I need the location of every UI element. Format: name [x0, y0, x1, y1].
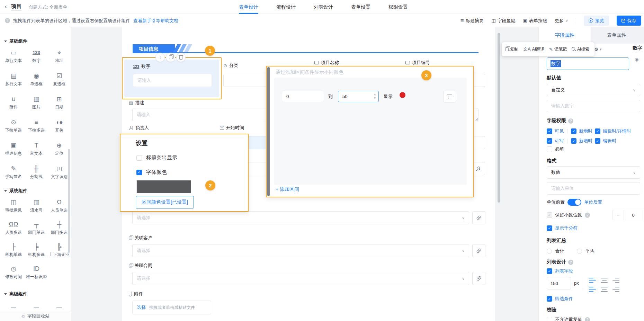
- component-下拉多选[interactable]: ≡下拉多选: [26, 118, 47, 133]
- component-描述信息[interactable]: ▣描述信息: [3, 141, 24, 157]
- 表单按钮-button[interactable]: ▣表单按钮: [523, 18, 547, 24]
- 平均-radio[interactable]: [577, 249, 582, 254]
- relation-link-button[interactable]: [472, 244, 485, 257]
- 复制-menu-item[interactable]: 复制: [505, 46, 518, 52]
- page-title[interactable]: 项目: [11, 3, 21, 10]
- component-文字识别[interactable]: [T]文字识别: [48, 164, 70, 180]
- default-number-input[interactable]: 请输入数字: [547, 100, 640, 112]
- gear-menu-item[interactable]: ⚙▾: [594, 47, 601, 52]
- 新增时-checkbox[interactable]: ✓: [571, 128, 576, 134]
- align-left-top-icon[interactable]: [589, 278, 596, 283]
- tab-流程设计[interactable]: 流程设计: [276, 0, 296, 14]
- component-机构单选[interactable]: ├机构单选: [3, 242, 24, 258]
- component-上下游企业[interactable]: ╠上下游企业: [48, 242, 70, 258]
- list-field-checkbox[interactable]: ✓: [547, 268, 552, 274]
- range-color-dot[interactable]: [400, 92, 405, 98]
- decimals-checkbox[interactable]: ✓: [547, 212, 552, 218]
- component-开关[interactable]: ◖●开关: [48, 118, 70, 133]
- stepper-plus-button[interactable]: +: [643, 210, 644, 220]
- save-button[interactable]: 保存: [617, 16, 641, 26]
- delete-range-button[interactable]: [443, 91, 456, 102]
- tab-表单属性[interactable]: 表单属性: [591, 27, 643, 44]
- component-地址[interactable]: ⌖地址: [48, 48, 70, 64]
- section-高级组件[interactable]: 高级组件: [0, 291, 27, 297]
- component-单行文本[interactable]: ▭单行文本: [3, 48, 24, 64]
- stepper-minus-button[interactable]: −: [613, 210, 624, 220]
- component-唯一标识ID[interactable]: ID唯一标识ID: [26, 265, 47, 280]
- component-分割线[interactable]: ╫分割线: [26, 164, 47, 180]
- linked-customer-input[interactable]: 请选择∨: [132, 244, 469, 257]
- component-修改时间[interactable]: ◷修改时间: [3, 265, 24, 280]
- 可写-checkbox[interactable]: ✓: [547, 138, 552, 144]
- guide-doc-link[interactable]: 查看新手引导帮助文档: [133, 18, 178, 24]
- AI搜索-menu-item[interactable]: AI搜索: [572, 46, 589, 52]
- unit-back-label[interactable]: 单位后置: [584, 199, 602, 205]
- component-手写签名[interactable]: ✎手写签名: [3, 164, 24, 180]
- component-复选框[interactable]: ☑复选框: [48, 72, 70, 87]
- 标题摘要-button[interactable]: ≣标题摘要: [460, 18, 484, 24]
- required-checkbox[interactable]: ✓: [547, 146, 552, 152]
- font-color-swatch[interactable]: [136, 180, 191, 193]
- component-审批意见[interactable]: ◫审批意见: [3, 198, 24, 213]
- field-recycle-bin[interactable]: ♲ 字段回收站: [0, 311, 71, 321]
- number-field-input[interactable]: 请输入: [133, 74, 212, 87]
- font-color-checkbox[interactable]: ✓: [136, 170, 142, 175]
- preview-button[interactable]: ▶ 预览: [584, 16, 609, 26]
- selected-number-field[interactable]: 123 数字 请输入: [122, 57, 222, 99]
- textarea-resize-handle[interactable]: [475, 117, 478, 121]
- column-width-input[interactable]: 150: [547, 277, 571, 289]
- component-图片[interactable]: ▦图片: [26, 95, 47, 110]
- relation-link-button[interactable]: [472, 272, 485, 285]
- 记笔记-menu-item[interactable]: ✎记笔记: [549, 46, 567, 52]
- component-日期[interactable]: ⊞日期: [48, 95, 70, 110]
- component-下拉单选[interactable]: ⊙下拉单选: [3, 118, 24, 133]
- component-机构多选[interactable]: ╞机构多选: [26, 242, 47, 258]
- align-right-bottom-icon[interactable]: [612, 287, 619, 292]
- 字段显隐-button[interactable]: ◫字段显隐: [491, 18, 515, 24]
- 合计-radio[interactable]: [547, 249, 552, 254]
- no-duplicate-checkbox[interactable]: ✓: [547, 317, 552, 321]
- attachment-upload-box[interactable]: 选择 拖拽或者单击后粘贴文件: [132, 301, 211, 314]
- tab-表单设计[interactable]: 表单设计: [239, 0, 258, 14]
- component-部门多选[interactable]: ┼部门多选: [48, 220, 70, 235]
- component-人员单选[interactable]: Ω人员单选: [48, 198, 70, 213]
- tab-权限设置[interactable]: 权限设置: [388, 0, 408, 14]
- 编辑时-checkbox[interactable]: ✓: [595, 138, 600, 144]
- 可见-checkbox[interactable]: ✓: [547, 128, 552, 134]
- component-部门单选[interactable]: ┬部门单选: [26, 220, 47, 235]
- select-field-input[interactable]: 请选择∨: [132, 211, 469, 224]
- 新增时-checkbox[interactable]: ✓: [571, 138, 576, 144]
- relation-link-button[interactable]: [472, 211, 485, 224]
- title-highlight-checkbox[interactable]: ✓: [136, 155, 142, 161]
- align-center-top-icon[interactable]: [601, 278, 608, 283]
- component-定位[interactable]: ⊕定位: [48, 141, 70, 157]
- linked-contract-input[interactable]: 请选择∨: [132, 272, 469, 285]
- unit-position-toggle[interactable]: [567, 199, 581, 206]
- tab-字段属性[interactable]: 字段属性: [539, 27, 591, 44]
- decimals-value[interactable]: 0: [624, 210, 643, 220]
- section-系统组件[interactable]: 系统组件: [0, 188, 27, 194]
- unit-input[interactable]: 请输入单位: [547, 182, 640, 195]
- copy-field-button[interactable]: [166, 53, 175, 62]
- filter-checkbox[interactable]: ✓: [547, 296, 552, 302]
- range-color-settings-button[interactable]: 区间颜色设置[已设置]: [136, 196, 194, 208]
- range-to-input[interactable]: 50 ▴▾: [338, 91, 379, 102]
- default-value-select[interactable]: 自定义∨: [547, 84, 640, 96]
- field-name-input[interactable]: 数字: [547, 57, 629, 70]
- align-right-top-icon[interactable]: [612, 278, 619, 283]
- component-附件[interactable]: ∪附件: [3, 95, 24, 110]
- component-数字[interactable]: 123数字: [26, 48, 47, 64]
- panel-scrollbar[interactable]: [267, 67, 270, 196]
- AI翻译-menu-item[interactable]: 文AAI翻译: [523, 46, 544, 52]
- attachment-select-button[interactable]: 选择: [137, 304, 146, 311]
- component-富文本[interactable]: T富文本: [26, 141, 47, 157]
- section-基础组件[interactable]: 基础组件: [0, 38, 27, 44]
- tab-表单设置[interactable]: 表单设置: [351, 0, 370, 14]
- more-button[interactable]: 更多∨: [555, 18, 568, 24]
- rename-field-button[interactable]: T: [155, 53, 165, 62]
- format-select[interactable]: 数值∨: [547, 166, 640, 179]
- align-center-bottom-icon[interactable]: [601, 287, 608, 292]
- component-人员多选[interactable]: ΩΩ人员多选: [3, 220, 24, 235]
- sidebar-scrollbar[interactable]: [68, 149, 70, 253]
- canvas-scrollbar[interactable]: [498, 33, 500, 203]
